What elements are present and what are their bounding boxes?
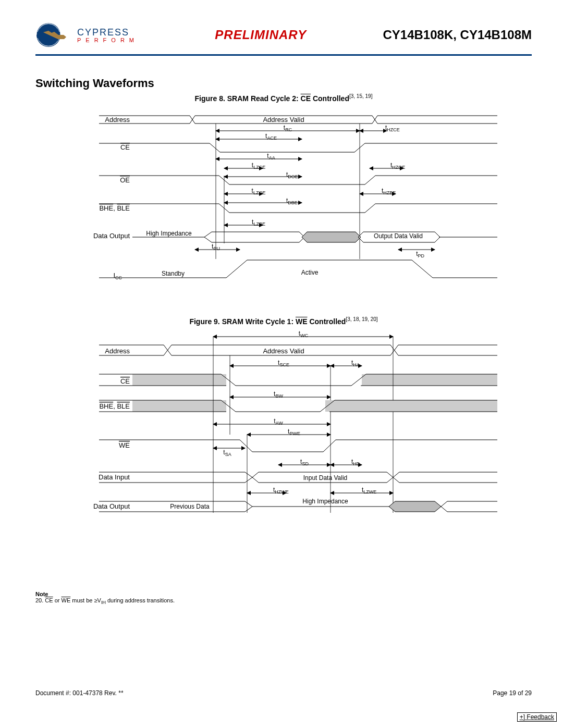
figure9-caption: Figure 9. SRAM Write Cycle 1: WE Control… — [35, 316, 532, 326]
svg-text:High Impedance: High Impedance — [146, 230, 192, 237]
preliminary-label: PRELIMINARY — [215, 28, 307, 42]
svg-text:tSA: tSA — [223, 449, 231, 457]
svg-text:tLZBE: tLZBE — [252, 218, 265, 227]
svg-text:Output Data Valid: Output Data Valid — [374, 232, 423, 240]
footnote: Note 20. CE or WE must be ≥VIH during ad… — [35, 591, 532, 605]
svg-text:tRC: tRC — [284, 124, 292, 132]
svg-text:tAA: tAA — [267, 152, 275, 161]
svg-text:Data Output: Data Output — [93, 232, 130, 240]
svg-text:tPWE: tPWE — [288, 428, 300, 436]
section-heading: Switching Waveforms — [35, 77, 532, 90]
svg-text:High Impedance: High Impedance — [302, 498, 348, 505]
svg-text:tHZOE: tHZOE — [390, 162, 405, 170]
svg-text:tLZWE: tLZWE — [362, 486, 376, 495]
company-tagline: PERFORM — [77, 37, 139, 43]
svg-text:tSD: tSD — [300, 458, 309, 466]
svg-text:Input Data Valid: Input Data Valid — [303, 474, 348, 482]
svg-text:ICC: ICC — [113, 272, 122, 280]
svg-text:Standby: Standby — [162, 270, 185, 277]
figure8-caption: Figure 8. SRAM Read Cycle 2: CE Controll… — [35, 93, 532, 103]
svg-text:tSCE: tSCE — [278, 359, 289, 367]
svg-text:tHZBE: tHZBE — [382, 187, 396, 195]
svg-text:tAW: tAW — [274, 417, 283, 426]
svg-text:tDBE: tDBE — [286, 197, 298, 205]
svg-text:Address: Address — [105, 347, 130, 355]
svg-rect-60 — [132, 400, 226, 412]
svg-text:tACE: tACE — [265, 132, 277, 141]
svg-text:tDOE: tDOE — [286, 171, 298, 179]
part-number: CY14B108K, CY14B108M — [383, 28, 532, 42]
svg-text:Active: Active — [301, 269, 319, 276]
svg-text:tHZWE: tHZWE — [273, 486, 289, 495]
svg-text:tLZOE: tLZOE — [252, 187, 266, 195]
svg-text:tHD: tHD — [351, 458, 360, 466]
figure9-waveform: tWC Address Address Valid tSCE tHA CE tB… — [70, 330, 497, 528]
svg-rect-52 — [132, 374, 226, 386]
svg-text:BHE, BLE: BHE, BLE — [99, 402, 130, 410]
svg-text:tLZCE: tLZCE — [252, 162, 265, 170]
svg-text:WE: WE — [119, 441, 130, 449]
svg-text:tHZCE: tHZCE — [385, 124, 400, 132]
company-name: CYPRESS — [77, 27, 139, 38]
svg-text:Data Input: Data Input — [99, 473, 130, 481]
svg-text:tPD: tPD — [416, 250, 424, 258]
svg-text:Previous Data: Previous Data — [170, 503, 210, 510]
svg-text:Address Valid: Address Valid — [263, 116, 304, 124]
svg-text:BHE, BLE: BHE, BLE — [99, 204, 130, 212]
page-number: Page 19 of 29 — [493, 689, 532, 697]
company-logo: CYPRESS PERFORM — [35, 21, 139, 49]
svg-text:OE: OE — [120, 176, 130, 184]
svg-text:Address: Address — [105, 116, 130, 124]
svg-text:CE: CE — [120, 143, 130, 151]
svg-text:Data Output: Data Output — [93, 502, 130, 510]
svg-rect-53 — [362, 374, 497, 386]
figure8-waveform: Address Address Valid tRC tHZCE tACE CE … — [70, 108, 497, 295]
svg-text:tHA: tHA — [351, 359, 360, 367]
svg-text:tWC: tWC — [299, 330, 309, 338]
feedback-button[interactable]: +] Feedback — [517, 712, 557, 722]
svg-text:tBW: tBW — [274, 390, 283, 399]
svg-rect-61 — [325, 400, 497, 412]
document-number: Document #: 001-47378 Rev. ** — [35, 689, 124, 697]
svg-text:CE: CE — [120, 377, 130, 385]
svg-text:Address Valid: Address Valid — [263, 347, 304, 355]
